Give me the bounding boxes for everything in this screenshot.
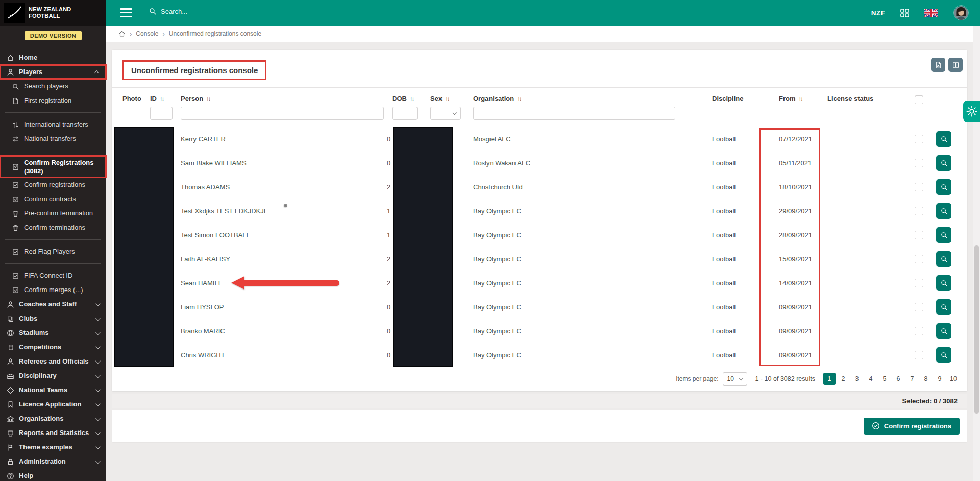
sidebar-item-confirm-registrations-3082[interactable]: Confirm Registrations (3082)	[0, 156, 106, 178]
row-search-button[interactable]	[936, 299, 951, 315]
sort-icon[interactable]	[445, 94, 449, 102]
row-checkbox[interactable]	[915, 207, 923, 215]
uk-flag-icon[interactable]	[924, 9, 938, 17]
page-button-7[interactable]: 7	[906, 373, 918, 385]
page-button-10[interactable]: 10	[947, 373, 960, 385]
sidebar-item-stadiums[interactable]: Stadiums	[0, 326, 106, 340]
settings-gear-button[interactable]	[963, 101, 980, 122]
page-button-2[interactable]: 2	[837, 373, 849, 385]
sidebar-item-confirm-registrations[interactable]: Confirm registrations	[0, 178, 106, 192]
row-checkbox[interactable]	[915, 303, 923, 311]
search-input[interactable]	[161, 8, 227, 15]
menu-toggle-button[interactable]	[120, 8, 132, 17]
col-sex[interactable]: Sex	[430, 94, 442, 102]
organisation-filter-input[interactable]	[473, 107, 675, 120]
row-checkbox[interactable]	[915, 231, 923, 239]
row-search-button[interactable]	[936, 155, 951, 171]
col-from[interactable]: From	[779, 94, 796, 102]
row-checkbox[interactable]	[915, 159, 923, 167]
scrollbar[interactable]	[973, 26, 980, 481]
row-checkbox[interactable]	[915, 135, 923, 143]
scrollbar-thumb[interactable]	[974, 245, 979, 414]
person-link[interactable]: Liam HYSLOP	[181, 303, 224, 311]
sidebar-item-licence-application[interactable]: Licence Application	[0, 397, 106, 412]
sort-icon[interactable]	[206, 94, 210, 102]
organisation-link[interactable]: Mosgiel AFC	[473, 135, 511, 143]
person-link[interactable]: Kerry CARTER	[181, 135, 226, 143]
page-button-3[interactable]: 3	[851, 373, 863, 385]
col-organisation[interactable]: Organisation	[473, 94, 514, 102]
organisation-link[interactable]: Bay Olympic FC	[473, 351, 521, 359]
sidebar-item-coaches-and-staff[interactable]: Coaches and Staff	[0, 297, 106, 311]
sidebar-item-theme-examples[interactable]: Theme examples	[0, 440, 106, 454]
organisation-link[interactable]: Bay Olympic FC	[473, 327, 521, 335]
row-search-button[interactable]	[936, 131, 951, 147]
sidebar-item-confirm-contracts[interactable]: Confirm contracts	[0, 192, 106, 206]
sidebar-item-first-registration[interactable]: First registration	[0, 93, 106, 108]
sidebar-item-home[interactable]: Home	[0, 51, 106, 65]
sidebar-item-players[interactable]: Players	[0, 65, 106, 79]
breadcrumb-console[interactable]: Console	[136, 30, 158, 37]
row-checkbox[interactable]	[915, 279, 923, 287]
confirm-registrations-button[interactable]: Confirm registrations	[864, 418, 960, 435]
page-button-5[interactable]: 5	[878, 373, 891, 385]
dob-filter-input[interactable]	[392, 107, 418, 120]
last-page-button[interactable]: »	[231, 199, 339, 211]
row-search-button[interactable]	[936, 203, 951, 219]
sidebar-item-competitions[interactable]: Competitions	[0, 340, 106, 354]
app-launcher-icon[interactable]	[900, 9, 909, 17]
row-checkbox[interactable]	[915, 255, 923, 263]
row-search-button[interactable]	[936, 179, 951, 195]
global-search[interactable]	[149, 7, 236, 18]
sidebar-item-reports-and-statistics[interactable]: Reports and Statistics	[0, 426, 106, 440]
sidebar-item-red-flag-players[interactable]: Red Flag Players	[0, 245, 106, 259]
person-link[interactable]: Test Simon FOOTBALL	[181, 231, 250, 239]
select-all-checkbox[interactable]	[915, 95, 923, 104]
sidebar-item-confirm-merges[interactable]: Confirm merges (...)	[0, 283, 106, 297]
organisation-link[interactable]: Bay Olympic FC	[473, 255, 521, 263]
page-button-4[interactable]: 4	[865, 373, 877, 385]
row-search-button[interactable]	[936, 323, 951, 339]
sidebar-item-administration[interactable]: Administration	[0, 454, 106, 469]
sex-filter-select[interactable]	[430, 107, 461, 120]
sidebar-item-national-teams[interactable]: National Teams	[0, 383, 106, 397]
sort-icon[interactable]	[160, 94, 164, 102]
row-search-button[interactable]	[936, 251, 951, 267]
user-avatar[interactable]	[953, 5, 969, 20]
sort-icon[interactable]	[517, 94, 521, 102]
sidebar-item-international-transfers[interactable]: International transfers	[0, 117, 106, 132]
person-link[interactable]: Chris WRIGHT	[181, 351, 225, 359]
row-checkbox[interactable]	[915, 351, 923, 359]
columns-button[interactable]	[948, 58, 963, 72]
home-icon[interactable]	[118, 30, 126, 37]
col-dob[interactable]: DOB	[392, 94, 407, 102]
organisation-link[interactable]: Bay Olympic FC	[473, 279, 521, 287]
person-filter-input[interactable]	[181, 107, 384, 120]
organisation-link[interactable]: Bay Olympic FC	[473, 303, 521, 311]
page-button-6[interactable]: 6	[892, 373, 904, 385]
sidebar-item-national-transfers[interactable]: National transfers	[0, 132, 106, 146]
row-checkbox[interactable]	[915, 327, 923, 335]
col-id[interactable]: ID	[150, 94, 157, 102]
organisation-link[interactable]: Roslyn Wakari AFC	[473, 159, 530, 167]
person-link[interactable]: Thomas ADAMS	[181, 183, 230, 191]
sort-icon[interactable]	[410, 94, 414, 102]
person-link[interactable]: Sean HAMILL	[181, 279, 222, 287]
row-search-button[interactable]	[936, 275, 951, 291]
organisation-link[interactable]: Bay Olympic FC	[473, 231, 521, 239]
sidebar-item-organisations[interactable]: Organisations	[0, 412, 106, 426]
row-checkbox[interactable]	[915, 183, 923, 191]
row-search-button[interactable]	[936, 347, 951, 363]
sidebar-item-clubs[interactable]: Clubs	[0, 311, 106, 326]
person-link[interactable]: Laith AL-KALISY	[181, 255, 230, 263]
sort-icon[interactable]	[799, 94, 803, 102]
sidebar-item-disciplinary[interactable]: Disciplinary	[0, 369, 106, 383]
col-person[interactable]: Person	[181, 94, 203, 102]
row-search-button[interactable]	[936, 227, 951, 243]
export-button[interactable]	[931, 58, 945, 72]
sidebar-item-confirm-terminations[interactable]: Confirm terminations	[0, 221, 106, 235]
person-link[interactable]: Sam Blake WILLIAMS	[181, 159, 247, 167]
page-button-9[interactable]: 9	[934, 373, 946, 385]
sidebar-item-search-players[interactable]: Search players	[0, 79, 106, 93]
page-button-1[interactable]: 1	[823, 373, 836, 385]
